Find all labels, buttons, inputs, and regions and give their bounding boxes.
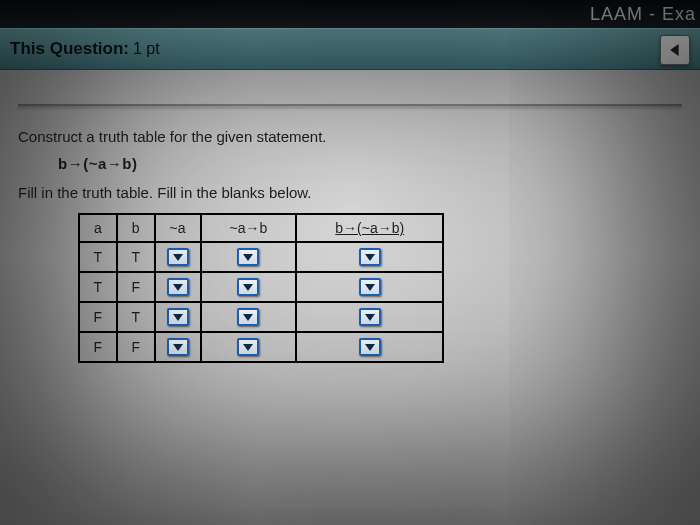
dropdown-blank[interactable] — [359, 338, 381, 356]
cell-a: F — [79, 332, 117, 362]
table-row: F T — [79, 302, 443, 332]
fill-prompt: Fill in the truth table. Fill in the bla… — [18, 184, 682, 201]
question-label: This Question: — [10, 39, 129, 59]
table-row: F F — [79, 332, 443, 362]
cell-a: T — [79, 272, 117, 302]
svg-marker-8 — [243, 314, 253, 321]
chevron-down-icon — [243, 312, 253, 322]
table-header-row: a b ~a ~a→b b→(~a→b) — [79, 214, 443, 242]
divider — [18, 104, 682, 106]
dropdown-blank[interactable] — [167, 278, 189, 296]
dropdown-blank[interactable] — [237, 278, 259, 296]
chevron-down-icon — [173, 312, 183, 322]
col-nota-imp-b: ~a→b — [201, 214, 297, 242]
cell-a: F — [79, 302, 117, 332]
previous-button[interactable] — [660, 35, 690, 65]
question-content: Construct a truth table for the given st… — [0, 70, 700, 363]
svg-marker-6 — [365, 284, 375, 291]
svg-marker-3 — [365, 254, 375, 261]
logic-statement: b→(~a→b) — [58, 155, 682, 172]
dropdown-blank[interactable] — [167, 248, 189, 266]
dropdown-blank[interactable] — [359, 248, 381, 266]
chevron-down-icon — [243, 252, 253, 262]
svg-marker-9 — [365, 314, 375, 321]
dropdown-blank[interactable] — [359, 278, 381, 296]
truth-table: a b ~a ~a→b b→(~a→b) T T T F F — [78, 213, 444, 363]
triangle-left-icon — [669, 44, 681, 56]
col-b: b — [117, 214, 155, 242]
chevron-down-icon — [173, 282, 183, 292]
chevron-down-icon — [365, 252, 375, 262]
svg-marker-1 — [173, 254, 183, 261]
chevron-down-icon — [365, 342, 375, 352]
svg-marker-4 — [173, 284, 183, 291]
dropdown-blank[interactable] — [167, 338, 189, 356]
table-row: T F — [79, 272, 443, 302]
dropdown-blank[interactable] — [237, 338, 259, 356]
svg-marker-2 — [243, 254, 253, 261]
cell-b: T — [117, 302, 155, 332]
col-not-a: ~a — [155, 214, 201, 242]
app-header: LAAM - Exa — [0, 0, 700, 28]
svg-marker-0 — [670, 44, 678, 56]
cell-b: F — [117, 332, 155, 362]
chevron-down-icon — [243, 342, 253, 352]
col-a: a — [79, 214, 117, 242]
cell-b: T — [117, 242, 155, 272]
svg-marker-5 — [243, 284, 253, 291]
chevron-down-icon — [243, 282, 253, 292]
svg-marker-10 — [173, 344, 183, 351]
app-title-partial: LAAM - Exa — [590, 4, 696, 24]
dropdown-blank[interactable] — [167, 308, 189, 326]
cell-b: F — [117, 272, 155, 302]
svg-marker-7 — [173, 314, 183, 321]
table-row: T T — [79, 242, 443, 272]
chevron-down-icon — [365, 312, 375, 322]
dropdown-blank[interactable] — [359, 308, 381, 326]
dropdown-blank[interactable] — [237, 248, 259, 266]
col-final: b→(~a→b) — [296, 214, 443, 242]
chevron-down-icon — [173, 252, 183, 262]
question-title-bar: This Question: 1 pt — [0, 28, 700, 70]
question-points: 1 pt — [133, 40, 160, 58]
svg-marker-12 — [365, 344, 375, 351]
dropdown-blank[interactable] — [237, 308, 259, 326]
chevron-down-icon — [173, 342, 183, 352]
svg-marker-11 — [243, 344, 253, 351]
cell-a: T — [79, 242, 117, 272]
chevron-down-icon — [365, 282, 375, 292]
question-prompt: Construct a truth table for the given st… — [18, 128, 682, 145]
